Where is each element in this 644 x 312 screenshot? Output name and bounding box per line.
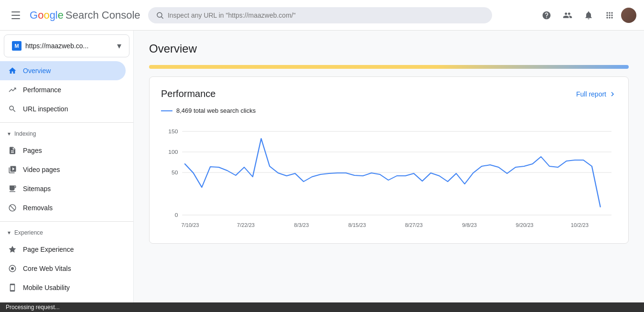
- sidebar-video-pages-label: Video pages: [23, 166, 60, 173]
- pages-icon: [8, 146, 17, 155]
- admin-icon: [563, 11, 572, 20]
- status-text: Processing request...: [6, 304, 60, 311]
- chevron-down-experience-icon: ▾: [8, 229, 11, 236]
- site-favicon: M: [12, 41, 21, 51]
- site-url: https://maazweb.co...: [25, 42, 113, 50]
- logo-text: Google: [30, 9, 64, 22]
- logo-product: Search Console: [65, 9, 140, 22]
- grid-icon: [605, 11, 614, 20]
- svg-text:10/2/23: 10/2/23: [571, 223, 589, 228]
- sidebar-item-overview[interactable]: Overview: [0, 61, 126, 80]
- sidebar-core-web-vitals-label: Core Web Vitals: [23, 265, 71, 272]
- chevron-down-icon: ▾: [8, 130, 11, 137]
- logo-gl: gl: [50, 9, 58, 21]
- sidebar-mobile-usability-label: Mobile Usability: [23, 284, 70, 291]
- legend-line: [161, 110, 172, 111]
- sidebar-item-removals[interactable]: Removals: [0, 198, 126, 217]
- grid-button[interactable]: [600, 6, 619, 25]
- sidebar-item-core-web-vitals[interactable]: Core Web Vitals: [0, 259, 126, 278]
- search-input[interactable]: [168, 11, 484, 19]
- performance-card-title: Performance: [161, 88, 216, 99]
- sidebar-page-experience-label: Page Experience: [23, 246, 74, 253]
- svg-line-1: [161, 17, 162, 18]
- indexing-section-header[interactable]: ▾ Indexing: [0, 127, 133, 141]
- indexing-section-label: Indexing: [14, 130, 36, 137]
- overview-top-bar: [149, 65, 629, 69]
- performance-chart: 150 100 50 0 7/10/23 7/22/23 8/3/23 8/15…: [161, 122, 617, 232]
- logo-o1: o: [38, 9, 43, 21]
- search-bar[interactable]: [148, 7, 492, 23]
- svg-text:8/15/23: 8/15/23: [348, 223, 366, 228]
- main-content: Overview Performance Full report 8,469 t…: [134, 31, 644, 312]
- sidebar-overview-label: Overview: [23, 67, 51, 75]
- svg-text:9/20/23: 9/20/23: [515, 223, 533, 228]
- home-icon: [8, 66, 17, 75]
- chevron-right-icon: [608, 90, 617, 98]
- svg-text:150: 150: [168, 129, 178, 134]
- help-icon: [542, 11, 551, 20]
- dropdown-arrow-icon: ▾: [117, 41, 121, 51]
- video-pages-icon: [8, 165, 17, 174]
- chart-container: 150 100 50 0 7/10/23 7/22/23 8/3/23 8/15…: [161, 122, 617, 232]
- sidebar-performance-label: Performance: [23, 86, 61, 94]
- topbar-icons: [537, 6, 636, 25]
- sidebar: M https://maazweb.co... ▾ Overview Perfo…: [0, 31, 134, 312]
- hamburger-icon: [11, 11, 20, 19]
- layout: M https://maazweb.co... ▾ Overview Perfo…: [0, 31, 644, 312]
- logo-e: e: [58, 9, 64, 21]
- site-selector[interactable]: M https://maazweb.co... ▾: [4, 34, 129, 57]
- svg-text:50: 50: [172, 170, 178, 175]
- svg-text:8/27/23: 8/27/23: [405, 223, 423, 228]
- logo: Google Search Console: [30, 9, 140, 22]
- svg-text:8/3/23: 8/3/23: [294, 223, 309, 228]
- mobile-usability-icon: [8, 283, 17, 292]
- sitemaps-icon: [8, 184, 17, 194]
- performance-icon: [8, 85, 17, 95]
- page-experience-icon: [8, 245, 17, 254]
- help-button[interactable]: [537, 6, 556, 25]
- svg-text:9/8/23: 9/8/23: [462, 223, 477, 228]
- full-report-label: Full report: [576, 90, 606, 98]
- sidebar-item-video-pages[interactable]: Video pages: [0, 160, 126, 179]
- svg-text:7/22/23: 7/22/23: [237, 223, 255, 228]
- performance-card-header: Performance Full report: [161, 88, 617, 99]
- sidebar-url-inspection-label: URL inspection: [23, 105, 68, 113]
- sidebar-sitemaps-label: Sitemaps: [23, 185, 51, 193]
- nav-divider-1: [0, 122, 133, 123]
- sidebar-item-url-inspection[interactable]: URL inspection: [0, 99, 126, 118]
- avatar[interactable]: [621, 8, 636, 23]
- hamburger-menu[interactable]: [8, 8, 24, 23]
- svg-text:100: 100: [168, 149, 178, 155]
- logo-o2: o: [43, 9, 49, 21]
- admin-button[interactable]: [558, 6, 577, 25]
- bell-icon: [584, 11, 593, 20]
- nav-divider-2: [0, 221, 133, 222]
- topbar: Google Search Console: [0, 0, 644, 31]
- svg-text:0: 0: [175, 212, 178, 218]
- legend-item-clicks: 8,469 total web search clicks: [161, 107, 617, 114]
- core-web-vitals-icon: [8, 264, 17, 273]
- notifications-button[interactable]: [579, 6, 598, 25]
- sidebar-removals-label: Removals: [23, 204, 53, 212]
- sidebar-item-mobile-usability[interactable]: Mobile Usability: [0, 278, 126, 297]
- svg-point-3: [11, 267, 14, 270]
- sidebar-item-pages[interactable]: Pages: [0, 141, 126, 160]
- status-bar: Processing request...: [0, 302, 644, 312]
- url-inspection-icon: [8, 104, 17, 114]
- svg-text:7/10/23: 7/10/23: [182, 223, 199, 228]
- experience-section-header[interactable]: ▾ Experience: [0, 226, 133, 240]
- sidebar-item-page-experience[interactable]: Page Experience: [0, 240, 126, 259]
- page-title: Overview: [149, 42, 629, 55]
- performance-card: Performance Full report 8,469 total web …: [149, 76, 629, 244]
- experience-section-label: Experience: [14, 229, 43, 236]
- logo-g: G: [30, 9, 38, 21]
- sidebar-item-sitemaps[interactable]: Sitemaps: [0, 179, 126, 198]
- search-icon: [156, 11, 164, 20]
- sidebar-item-performance[interactable]: Performance: [0, 80, 126, 99]
- legend-clicks-label: 8,469 total web search clicks: [176, 107, 256, 114]
- removals-icon: [8, 203, 17, 213]
- full-report-link[interactable]: Full report: [576, 90, 617, 98]
- sidebar-pages-label: Pages: [23, 147, 42, 154]
